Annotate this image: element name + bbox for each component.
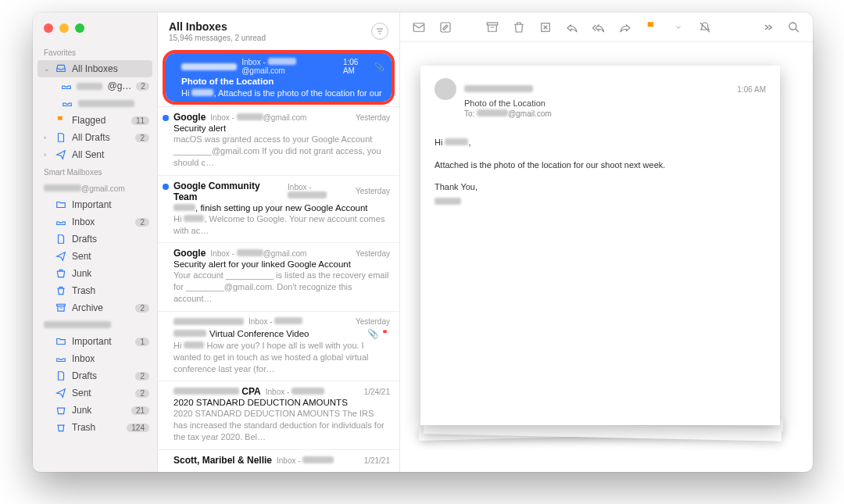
svg-rect-1	[413, 23, 424, 31]
sent-icon	[55, 148, 67, 161]
sidebar-item-drafts2[interactable]: Drafts2	[33, 367, 157, 384]
message-row[interactable]: Google Community TeamInbox - Yesterday ,…	[158, 175, 399, 243]
inbox-icon	[55, 216, 67, 228]
trash-icon	[55, 421, 67, 434]
message-time: 1/21/21	[364, 456, 390, 465]
sidebar-item-account2[interactable]	[33, 95, 157, 112]
sidebar-item-sent2[interactable]: Sent2	[33, 384, 157, 402]
sidebar-item-trash[interactable]: Trash	[33, 282, 157, 299]
more-icon[interactable]	[760, 20, 775, 35]
from-name	[464, 84, 533, 94]
message-row[interactable]: Scott, Maribel & NellieInbox - 1/21/21	[158, 449, 399, 472]
search-icon[interactable]	[786, 20, 802, 35]
toolbar	[400, 13, 813, 42]
close-icon[interactable]	[44, 23, 53, 33]
minimize-icon[interactable]	[59, 23, 69, 33]
chevron-right-icon[interactable]: ›	[44, 134, 50, 141]
message-row[interactable]: CPAInbox - 1/24/21 2020 STANDARD DEDUCTI…	[158, 381, 399, 449]
sidebar-item-all-sent[interactable]: › All Sent	[33, 146, 157, 163]
sent-icon	[55, 387, 67, 399]
sidebar-item-label: Junk	[72, 268, 91, 279]
svg-rect-0	[57, 304, 66, 306]
sidebar-item-junk[interactable]: Junk	[33, 265, 157, 282]
message-row[interactable]: GoogleInbox - @gmail.comYesterday Securi…	[158, 106, 399, 175]
sidebar-item-account1[interactable]: @g… 2	[33, 77, 157, 95]
inbox-icon	[61, 97, 73, 109]
sidebar-item-drafts[interactable]: Drafts	[33, 231, 157, 248]
sidebar-item-label: Inbox	[72, 216, 95, 227]
message-row[interactable]: Inbox - Yesterday Virtual Conference Vid…	[158, 311, 399, 381]
sidebar-item-all-inboxes[interactable]: ⌄ All Inboxes	[38, 60, 152, 77]
message-time: Yesterday	[356, 249, 390, 258]
message-row[interactable]: GoogleInbox - @gmail.comYesterday Securi…	[158, 242, 399, 311]
sidebar-item-label: Drafts	[72, 370, 97, 381]
trash-icon[interactable]	[511, 20, 527, 35]
message-subject: Virtual Conference Video📎	[173, 328, 390, 339]
message-sender: Google	[173, 248, 206, 259]
message-preview: Hi How are you? I hope all is well with …	[173, 340, 390, 375]
junk-icon[interactable]	[538, 20, 553, 35]
chevron-right-icon[interactable]: ›	[44, 151, 50, 159]
chevron-down-icon[interactable]: ⌄	[44, 65, 50, 73]
mute-icon[interactable]	[697, 20, 713, 35]
reading-pane: 1:06 AM Photo of the Location To: @gmail…	[400, 13, 813, 472]
reply-icon[interactable]	[564, 20, 580, 35]
unread-indicator	[163, 184, 169, 190]
count-badge: 2	[135, 304, 149, 313]
message-preview: Your account __________ is listed as the…	[173, 270, 390, 305]
forward-icon[interactable]	[617, 20, 633, 35]
message-subject: 2020 STANDARD DEDUCTION AMOUNTS	[173, 398, 390, 407]
chevron-down-icon[interactable]	[671, 20, 686, 35]
sidebar-item-important[interactable]: Important	[33, 196, 157, 213]
sidebar-item-inbox[interactable]: Inbox2	[33, 213, 157, 231]
message-time: 1:06 AM	[737, 85, 766, 94]
sidebar-item-label: Archive	[72, 302, 103, 313]
window-controls[interactable]	[44, 23, 84, 33]
message-row[interactable]: Inbox - @gmail.com 1:06 AM📎 Photo of the…	[166, 53, 392, 105]
redacted-text	[77, 83, 102, 90]
sidebar-item-all-drafts[interactable]: › All Drafts 2	[33, 129, 157, 146]
message-time: 1:06 AM📎	[343, 58, 384, 75]
document-icon	[55, 233, 67, 245]
junk-icon	[55, 404, 67, 416]
svg-rect-3	[487, 23, 498, 25]
junk-icon	[55, 267, 67, 280]
archive-icon	[55, 302, 67, 314]
sidebar-item-sent[interactable]: Sent	[33, 248, 157, 265]
message-time: Yesterday	[356, 113, 390, 122]
count-badge: 2	[135, 372, 149, 381]
envelope-icon[interactable]	[411, 20, 427, 35]
count-badge: 124	[127, 424, 149, 432]
document-icon	[55, 370, 67, 382]
sidebar-item-junk2[interactable]: Junk21	[33, 402, 157, 419]
sidebar-item-label: Inbox	[72, 353, 95, 364]
message-subject: , finish setting up your new Google Acco…	[173, 203, 390, 213]
count-badge: 2	[135, 218, 149, 227]
filter-button[interactable]	[371, 23, 388, 40]
account-label: Inbox -	[277, 456, 334, 465]
trash-icon	[55, 284, 67, 297]
sidebar-item-trash2[interactable]: Trash124	[33, 419, 157, 436]
sidebar: Favorites ⌄ All Inboxes @g… 2 Flagged 11…	[33, 13, 158, 472]
account-suffix: @g…	[107, 80, 131, 91]
svg-point-5	[789, 23, 796, 30]
sidebar-item-label: All Inboxes	[72, 63, 118, 74]
message-subject: Security alert for your linked Google Ac…	[173, 259, 390, 269]
message-sender: Google	[173, 112, 206, 123]
sidebar-item-important2[interactable]: Important1	[33, 333, 157, 350]
message-sender: CPA	[173, 386, 261, 397]
sidebar-item-flagged[interactable]: Flagged 11	[33, 112, 157, 129]
sidebar-item-archive[interactable]: Archive2	[33, 299, 157, 316]
flag-icon	[55, 114, 67, 127]
archive-icon[interactable]	[485, 20, 500, 35]
compose-icon[interactable]	[438, 20, 453, 35]
flag-icon[interactable]	[644, 20, 660, 35]
attachment-icon: 📎	[374, 63, 384, 71]
reply-all-icon[interactable]	[591, 20, 606, 35]
attachment-icon: 📎	[367, 328, 378, 339]
folder-icon	[55, 198, 67, 211]
account-label: Inbox - @gmail.com	[241, 58, 338, 75]
fullscreen-icon[interactable]	[75, 23, 84, 33]
flag-icon	[381, 329, 390, 338]
sidebar-item-inbox2[interactable]: Inbox	[33, 350, 157, 367]
